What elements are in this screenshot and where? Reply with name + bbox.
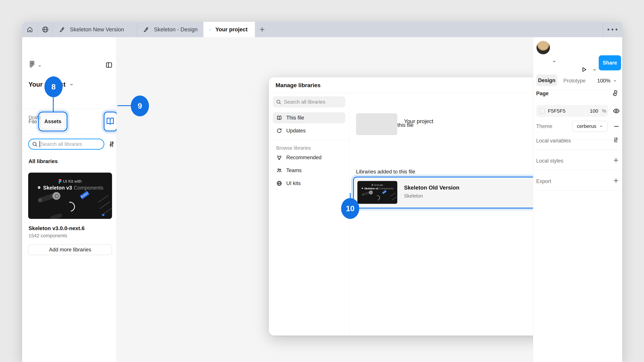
page-heading: Page [536, 90, 548, 96]
open-variables-button[interactable] [612, 136, 619, 143]
tab-assets[interactable]: Assets [40, 114, 66, 129]
figma-file-icon [210, 26, 211, 33]
nav-teams[interactable]: Teams [273, 165, 345, 176]
toggle-panel-button[interactable] [105, 61, 113, 69]
color-swatch[interactable] [539, 108, 545, 114]
zoom-menu[interactable]: 100% [597, 78, 617, 84]
chevron-down-icon [69, 82, 74, 87]
figma-logo-icon [29, 60, 35, 69]
card-title: Skeleton v3 [43, 185, 72, 191]
nav-recommended[interactable]: Recommended [273, 152, 345, 163]
add-more-libraries-button[interactable]: Add more libraries [28, 244, 112, 255]
library-row-thumbnail: UI Kit with Skeleton v3 Components Butto… [358, 181, 397, 204]
manage-libraries-modal: Manage libraries This file Updates [269, 77, 576, 336]
button-chip-graphic: Button [382, 190, 386, 194]
card-title: Skeleton v3 [364, 187, 378, 190]
tab-your-project[interactable]: Your project [204, 22, 255, 37]
left-sidebar: Your project Drafts File Assets A [22, 37, 116, 362]
text-caret [40, 141, 40, 147]
modal-search-input[interactable] [284, 99, 340, 105]
sliders-icon [612, 136, 619, 143]
tab-prototype[interactable]: Prototype [563, 78, 586, 84]
plus-icon [613, 157, 619, 164]
line-graphic [100, 201, 110, 209]
project-name: Your project [404, 118, 433, 124]
color-hex-value[interactable]: F5F5F5 [548, 108, 566, 114]
plus-icon [613, 177, 619, 184]
remove-theme-button[interactable] [613, 123, 620, 130]
nav-ui-kits-label: UI kits [286, 180, 301, 186]
open-libraries-button[interactable] [105, 116, 116, 126]
spinner-graphic [374, 194, 381, 201]
nav-teams-label: Teams [286, 167, 302, 173]
nav-recommended-label: Recommended [286, 155, 322, 161]
modal-search-field[interactable] [273, 96, 345, 107]
nav-updates[interactable]: Updates [273, 125, 345, 136]
lightbulb-icon [276, 155, 282, 161]
figma-menu-button[interactable] [29, 60, 35, 69]
theme-label: Theme [536, 123, 552, 129]
libraries-added-heading: Libraries added to this file [356, 169, 415, 175]
browse-libraries-heading: Browse libraries [276, 145, 311, 151]
tab-file[interactable]: File [28, 119, 37, 125]
search-icon [276, 99, 281, 105]
search-input[interactable] [40, 141, 96, 147]
design-canvas[interactable]: Manage libraries This file Updates [116, 37, 533, 362]
library-thumbnail[interactable]: UI Kit with Skeleton v3 Components Butto… [28, 173, 112, 219]
card-line2: Skeleton v3 Components [28, 185, 112, 191]
search-icon [32, 141, 38, 147]
share-button-label: Share [602, 60, 617, 66]
skull-icon [37, 186, 41, 190]
divider [269, 140, 349, 140]
present-options-chevron-icon[interactable] [592, 67, 597, 72]
modal-title: Manage libraries [276, 82, 320, 88]
dot-graphic [102, 214, 104, 216]
nav-this-file-label: This file [286, 115, 304, 121]
line-graphic [392, 197, 397, 200]
avatar-graphic [369, 191, 373, 194]
home-button[interactable] [22, 22, 38, 37]
theme-dropdown[interactable]: cerberus [572, 121, 608, 132]
share-button[interactable]: Share [599, 55, 621, 70]
pages-icon [612, 89, 619, 96]
avatar[interactable] [536, 41, 550, 54]
book-icon [105, 116, 116, 126]
plus-icon [259, 26, 266, 33]
page-color-field[interactable]: F5F5F5 100 % [536, 105, 608, 117]
new-tab-button[interactable] [256, 22, 268, 37]
add-style-button[interactable] [613, 157, 619, 164]
present-button[interactable] [580, 66, 588, 73]
tab-design[interactable]: Design [536, 75, 557, 86]
add-export-button[interactable] [613, 177, 619, 184]
nav-this-file[interactable]: This file [273, 112, 345, 123]
figma-file-icon [143, 26, 150, 33]
chevron-down-icon[interactable] [552, 59, 556, 64]
card-title-suffix: Components [74, 185, 103, 191]
nav-ui-kits[interactable]: UI kits [273, 178, 345, 189]
card-line1-text: UI Kit with [374, 184, 383, 186]
added-library-name: Skeleton Old Version [404, 185, 459, 191]
close-tab-icon[interactable] [254, 27, 255, 32]
divider [533, 150, 622, 150]
export-label: Export [536, 178, 551, 184]
tab-bar: Skeleton New Version Skeleton - Design Y… [22, 22, 622, 37]
color-opacity-value[interactable]: 100 [590, 108, 598, 114]
figma-logo-color-icon [372, 184, 373, 186]
nav-updates-label: Updates [286, 128, 306, 134]
line-graphic [390, 193, 396, 196]
chevron-down-icon [613, 79, 617, 83]
tab-skeleton-design[interactable]: Skeleton - Design [137, 22, 204, 37]
toggle-visibility-button[interactable] [613, 107, 620, 115]
divider [533, 90, 622, 90]
browse-community-button[interactable] [38, 22, 53, 37]
more-options-button[interactable] [603, 22, 622, 37]
library-name[interactable]: Skeleton v3.0.0-next.6 [28, 225, 84, 231]
library-search-field[interactable] [28, 139, 104, 150]
local-variables-label: Local variables [536, 138, 571, 144]
tab-skeleton-new-version[interactable]: Skeleton New Version [53, 22, 137, 37]
filter-sort-button[interactable] [108, 140, 116, 148]
tab-label: Your project [215, 26, 248, 33]
tab-label: Skeleton New Version [70, 26, 124, 33]
skull-icon [361, 187, 364, 190]
page-styles-button[interactable] [612, 89, 619, 96]
